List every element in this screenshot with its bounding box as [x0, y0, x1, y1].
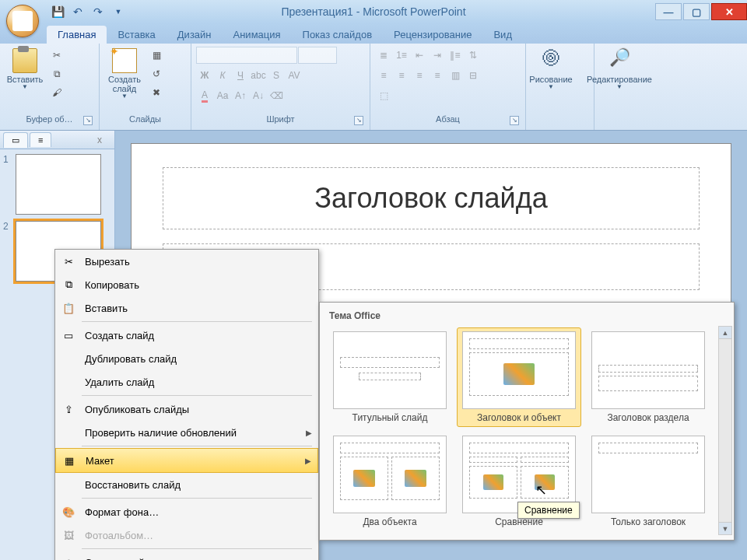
thumb-number: 2	[3, 221, 12, 282]
publish-icon: ⇪	[58, 401, 79, 417]
format-painter-icon[interactable]: 🖌	[48, 84, 65, 101]
undo-icon[interactable]: ↶	[68, 2, 87, 21]
slide-thumbnail[interactable]: 1	[3, 154, 111, 215]
drawing-button[interactable]: 🞋 Рисование ▼	[531, 47, 571, 93]
separator	[82, 395, 312, 396]
ctx-check-updates[interactable]: Проверить наличие обновлений▶	[55, 421, 318, 444]
font-size-combo[interactable]	[298, 47, 337, 64]
submenu-arrow-icon: ▶	[306, 429, 312, 437]
text-direction-button[interactable]: ⇅	[465, 47, 482, 64]
shadow-button[interactable]: S	[268, 67, 285, 84]
paste-button[interactable]: Вставить ▼	[5, 47, 45, 93]
qat-customize-icon[interactable]: ▼	[109, 2, 128, 21]
char-spacing-button[interactable]: AV	[286, 67, 303, 84]
group-paragraph-label: Абзац	[436, 114, 460, 124]
align-center-button[interactable]: ≡	[393, 67, 410, 84]
decrease-indent-button[interactable]: ⇤	[411, 47, 428, 64]
italic-button[interactable]: К	[214, 67, 231, 84]
slides-tab-outline[interactable]: ≡	[30, 132, 51, 147]
change-case-button[interactable]: Aa	[214, 87, 231, 104]
clipboard-dialog-launcher[interactable]: ↘	[83, 116, 93, 125]
line-spacing-button[interactable]: ‖≡	[447, 47, 464, 64]
new-slide-button[interactable]: Создать слайд ▼	[104, 47, 145, 102]
new-slide-icon	[112, 48, 137, 73]
tab-view[interactable]: Вид	[482, 26, 523, 44]
ctx-layout[interactable]: ▦Макет▶	[55, 448, 318, 473]
ctx-duplicate-slide[interactable]: Дублировать слайд	[55, 347, 318, 370]
align-text-button[interactable]: ⊟	[465, 67, 482, 84]
convert-smartart-button[interactable]: ⬚	[375, 87, 392, 104]
ctx-copy[interactable]: ⧉Копировать	[55, 273, 318, 296]
format-bg-icon: 🎨	[58, 504, 79, 520]
layout-two-content[interactable]: Два объекта	[328, 432, 452, 531]
clear-format-button[interactable]: ⌫	[268, 87, 285, 104]
tab-animation[interactable]: Анимация	[223, 26, 292, 44]
scroll-up-icon[interactable]: ▲	[719, 327, 731, 339]
scroll-down-icon[interactable]: ▼	[719, 522, 731, 534]
grow-font-button[interactable]: A↑	[232, 87, 249, 104]
ctx-paste[interactable]: 📋Вставить	[55, 296, 318, 320]
editing-button[interactable]: 🔎 Редактирование ▼	[599, 47, 640, 93]
ctx-hide-slide[interactable]: ⊘Скрыть слайд	[55, 551, 318, 560]
save-icon[interactable]: 💾	[48, 2, 67, 21]
tab-design[interactable]: Дизайн	[167, 26, 223, 44]
bullets-button[interactable]: ≣	[375, 47, 392, 64]
justify-button[interactable]: ≡	[429, 67, 446, 84]
align-right-button[interactable]: ≡	[411, 67, 428, 84]
tab-slideshow[interactable]: Показ слайдов	[292, 26, 384, 44]
ctx-publish-slides[interactable]: ⇪Опубликовать слайды	[55, 397, 318, 421]
delete-icon[interactable]: ✖	[148, 84, 165, 101]
layout-icon: ▦	[59, 453, 79, 468]
group-slides-label: Слайды	[129, 114, 161, 124]
ribbon: Вставить ▼ ✂ ⧉ 🖌 Буфер об…↘ Создать слай…	[0, 44, 747, 131]
slide-title-placeholder[interactable]: Заголовок слайда	[163, 167, 700, 229]
tab-home[interactable]: Главная	[47, 26, 107, 44]
office-button[interactable]	[6, 5, 39, 37]
layout-title-slide[interactable]: Титульный слайд	[328, 327, 452, 427]
layout-title-only[interactable]: Только заголовок	[586, 432, 710, 531]
bold-button[interactable]: Ж	[196, 67, 213, 84]
ctx-new-slide[interactable]: ▭Создать слайд	[55, 324, 318, 347]
layout-section-header[interactable]: Заголовок раздела	[586, 327, 710, 427]
layout-icon[interactable]: ▦	[148, 47, 165, 64]
separator	[82, 498, 312, 499]
reset-icon[interactable]: ↺	[148, 65, 165, 82]
new-slide-label: Создать слайд	[106, 75, 143, 93]
new-slide-icon: ▭	[58, 327, 79, 343]
group-clipboard-label: Буфер об…	[26, 114, 72, 124]
paragraph-dialog-launcher[interactable]: ↘	[510, 116, 519, 125]
ctx-format-background[interactable]: 🎨Формат фона…	[55, 500, 318, 523]
ctx-photo-album: 🖼Фотоальбом…	[55, 523, 318, 547]
ctx-delete-slide[interactable]: Удалить слайд	[55, 370, 318, 394]
increase-indent-button[interactable]: ⇥	[429, 47, 446, 64]
numbering-button[interactable]: 1≡	[393, 47, 410, 64]
minimize-button[interactable]: —	[655, 3, 682, 20]
ctx-cut[interactable]: ✂Вырезать	[55, 250, 318, 273]
slides-tab-thumbnail[interactable]: ▭	[3, 132, 28, 148]
font-color-button[interactable]: A	[196, 87, 213, 104]
tab-insert[interactable]: Вставка	[107, 26, 166, 44]
redo-icon[interactable]: ↷	[89, 2, 107, 21]
layout-title-content[interactable]: Заголовок и объект	[457, 327, 581, 427]
copy-icon[interactable]: ⧉	[48, 65, 65, 82]
cut-icon[interactable]: ✂	[48, 47, 65, 64]
strikethrough-button[interactable]: abc	[250, 67, 267, 84]
close-button[interactable]: ✕	[711, 3, 747, 20]
shrink-font-button[interactable]: A↓	[250, 87, 267, 104]
thumb-number: 1	[3, 154, 12, 215]
separator	[82, 321, 312, 322]
columns-button[interactable]: ▥	[447, 67, 464, 84]
font-dialog-launcher[interactable]: ↘	[354, 116, 363, 125]
cut-icon: ✂	[58, 254, 79, 269]
align-left-button[interactable]: ≡	[375, 67, 392, 84]
shapes-icon: 🞋	[538, 48, 563, 73]
gallery-scrollbar[interactable]: ▲ ▼	[718, 326, 732, 535]
copy-icon: ⧉	[58, 277, 79, 292]
maximize-button[interactable]: ▢	[683, 3, 710, 20]
layout-gallery: Тема Office Титульный слайд Заголовок и …	[319, 302, 735, 541]
ctx-reset-slide[interactable]: Восстановить слайд	[55, 473, 318, 496]
panel-close-button[interactable]: x	[89, 132, 110, 148]
font-family-combo[interactable]	[196, 47, 297, 64]
underline-button[interactable]: Ч	[232, 67, 249, 84]
tab-review[interactable]: Рецензирование	[383, 26, 482, 44]
